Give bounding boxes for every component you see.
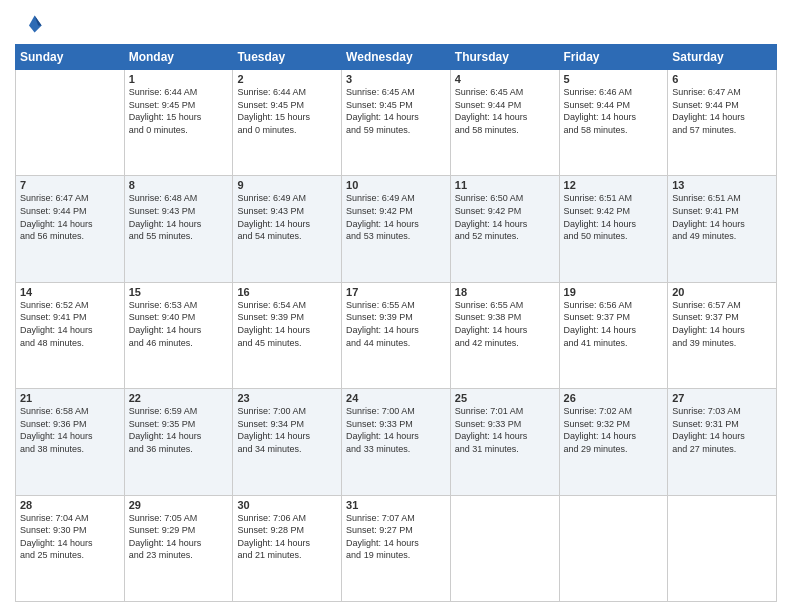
day-info: Sunrise: 7:00 AMSunset: 9:34 PMDaylight:… [237, 405, 337, 455]
day-info: Sunrise: 6:56 AMSunset: 9:37 PMDaylight:… [564, 299, 664, 349]
calendar-cell: 25Sunrise: 7:01 AMSunset: 9:33 PMDayligh… [450, 389, 559, 495]
calendar-cell: 13Sunrise: 6:51 AMSunset: 9:41 PMDayligh… [668, 176, 777, 282]
day-number: 3 [346, 73, 446, 85]
calendar-cell [16, 70, 125, 176]
col-header-monday: Monday [124, 45, 233, 70]
day-number: 16 [237, 286, 337, 298]
day-info: Sunrise: 6:51 AMSunset: 9:41 PMDaylight:… [672, 192, 772, 242]
col-header-saturday: Saturday [668, 45, 777, 70]
day-info: Sunrise: 6:50 AMSunset: 9:42 PMDaylight:… [455, 192, 555, 242]
calendar-cell [559, 495, 668, 601]
day-info: Sunrise: 6:55 AMSunset: 9:38 PMDaylight:… [455, 299, 555, 349]
week-row-2: 7Sunrise: 6:47 AMSunset: 9:44 PMDaylight… [16, 176, 777, 282]
calendar-cell: 20Sunrise: 6:57 AMSunset: 9:37 PMDayligh… [668, 282, 777, 388]
calendar-cell: 27Sunrise: 7:03 AMSunset: 9:31 PMDayligh… [668, 389, 777, 495]
header [15, 10, 777, 38]
day-info: Sunrise: 6:52 AMSunset: 9:41 PMDaylight:… [20, 299, 120, 349]
day-number: 19 [564, 286, 664, 298]
day-info: Sunrise: 6:44 AMSunset: 9:45 PMDaylight:… [237, 86, 337, 136]
calendar-cell: 17Sunrise: 6:55 AMSunset: 9:39 PMDayligh… [342, 282, 451, 388]
calendar-cell: 18Sunrise: 6:55 AMSunset: 9:38 PMDayligh… [450, 282, 559, 388]
day-number: 26 [564, 392, 664, 404]
day-info: Sunrise: 7:00 AMSunset: 9:33 PMDaylight:… [346, 405, 446, 455]
day-number: 5 [564, 73, 664, 85]
day-info: Sunrise: 6:45 AMSunset: 9:44 PMDaylight:… [455, 86, 555, 136]
day-number: 20 [672, 286, 772, 298]
header-row: SundayMondayTuesdayWednesdayThursdayFrid… [16, 45, 777, 70]
day-info: Sunrise: 6:47 AMSunset: 9:44 PMDaylight:… [672, 86, 772, 136]
day-number: 8 [129, 179, 229, 191]
day-number: 24 [346, 392, 446, 404]
day-info: Sunrise: 6:58 AMSunset: 9:36 PMDaylight:… [20, 405, 120, 455]
day-info: Sunrise: 6:46 AMSunset: 9:44 PMDaylight:… [564, 86, 664, 136]
day-number: 12 [564, 179, 664, 191]
day-number: 15 [129, 286, 229, 298]
week-row-5: 28Sunrise: 7:04 AMSunset: 9:30 PMDayligh… [16, 495, 777, 601]
day-number: 6 [672, 73, 772, 85]
calendar-cell: 6Sunrise: 6:47 AMSunset: 9:44 PMDaylight… [668, 70, 777, 176]
col-header-thursday: Thursday [450, 45, 559, 70]
day-info: Sunrise: 6:57 AMSunset: 9:37 PMDaylight:… [672, 299, 772, 349]
day-info: Sunrise: 6:54 AMSunset: 9:39 PMDaylight:… [237, 299, 337, 349]
day-number: 4 [455, 73, 555, 85]
day-number: 30 [237, 499, 337, 511]
calendar-cell: 12Sunrise: 6:51 AMSunset: 9:42 PMDayligh… [559, 176, 668, 282]
calendar-cell: 30Sunrise: 7:06 AMSunset: 9:28 PMDayligh… [233, 495, 342, 601]
day-info: Sunrise: 7:02 AMSunset: 9:32 PMDaylight:… [564, 405, 664, 455]
day-number: 29 [129, 499, 229, 511]
day-info: Sunrise: 6:49 AMSunset: 9:42 PMDaylight:… [346, 192, 446, 242]
calendar-cell: 26Sunrise: 7:02 AMSunset: 9:32 PMDayligh… [559, 389, 668, 495]
day-number: 22 [129, 392, 229, 404]
calendar-cell: 5Sunrise: 6:46 AMSunset: 9:44 PMDaylight… [559, 70, 668, 176]
calendar-cell: 8Sunrise: 6:48 AMSunset: 9:43 PMDaylight… [124, 176, 233, 282]
calendar-cell: 22Sunrise: 6:59 AMSunset: 9:35 PMDayligh… [124, 389, 233, 495]
day-number: 7 [20, 179, 120, 191]
col-header-friday: Friday [559, 45, 668, 70]
day-number: 27 [672, 392, 772, 404]
calendar-cell: 31Sunrise: 7:07 AMSunset: 9:27 PMDayligh… [342, 495, 451, 601]
day-info: Sunrise: 6:59 AMSunset: 9:35 PMDaylight:… [129, 405, 229, 455]
day-number: 18 [455, 286, 555, 298]
calendar-cell: 7Sunrise: 6:47 AMSunset: 9:44 PMDaylight… [16, 176, 125, 282]
calendar-cell: 11Sunrise: 6:50 AMSunset: 9:42 PMDayligh… [450, 176, 559, 282]
day-number: 17 [346, 286, 446, 298]
calendar-cell: 29Sunrise: 7:05 AMSunset: 9:29 PMDayligh… [124, 495, 233, 601]
calendar-cell: 16Sunrise: 6:54 AMSunset: 9:39 PMDayligh… [233, 282, 342, 388]
week-row-1: 1Sunrise: 6:44 AMSunset: 9:45 PMDaylight… [16, 70, 777, 176]
calendar-cell: 4Sunrise: 6:45 AMSunset: 9:44 PMDaylight… [450, 70, 559, 176]
day-info: Sunrise: 7:07 AMSunset: 9:27 PMDaylight:… [346, 512, 446, 562]
day-number: 14 [20, 286, 120, 298]
calendar-cell: 19Sunrise: 6:56 AMSunset: 9:37 PMDayligh… [559, 282, 668, 388]
day-info: Sunrise: 7:01 AMSunset: 9:33 PMDaylight:… [455, 405, 555, 455]
day-number: 1 [129, 73, 229, 85]
day-number: 13 [672, 179, 772, 191]
calendar-cell: 15Sunrise: 6:53 AMSunset: 9:40 PMDayligh… [124, 282, 233, 388]
day-info: Sunrise: 6:44 AMSunset: 9:45 PMDaylight:… [129, 86, 229, 136]
day-number: 9 [237, 179, 337, 191]
calendar-cell: 9Sunrise: 6:49 AMSunset: 9:43 PMDaylight… [233, 176, 342, 282]
col-header-sunday: Sunday [16, 45, 125, 70]
calendar-cell: 3Sunrise: 6:45 AMSunset: 9:45 PMDaylight… [342, 70, 451, 176]
logo [15, 10, 47, 38]
calendar-cell [450, 495, 559, 601]
day-number: 21 [20, 392, 120, 404]
week-row-3: 14Sunrise: 6:52 AMSunset: 9:41 PMDayligh… [16, 282, 777, 388]
day-info: Sunrise: 6:55 AMSunset: 9:39 PMDaylight:… [346, 299, 446, 349]
col-header-tuesday: Tuesday [233, 45, 342, 70]
calendar-cell: 24Sunrise: 7:00 AMSunset: 9:33 PMDayligh… [342, 389, 451, 495]
calendar-table: SundayMondayTuesdayWednesdayThursdayFrid… [15, 44, 777, 602]
day-number: 10 [346, 179, 446, 191]
day-info: Sunrise: 6:53 AMSunset: 9:40 PMDaylight:… [129, 299, 229, 349]
calendar-cell: 2Sunrise: 6:44 AMSunset: 9:45 PMDaylight… [233, 70, 342, 176]
day-info: Sunrise: 6:45 AMSunset: 9:45 PMDaylight:… [346, 86, 446, 136]
logo-icon [15, 10, 43, 38]
day-number: 28 [20, 499, 120, 511]
day-info: Sunrise: 6:49 AMSunset: 9:43 PMDaylight:… [237, 192, 337, 242]
calendar-cell: 10Sunrise: 6:49 AMSunset: 9:42 PMDayligh… [342, 176, 451, 282]
day-info: Sunrise: 6:47 AMSunset: 9:44 PMDaylight:… [20, 192, 120, 242]
page: SundayMondayTuesdayWednesdayThursdayFrid… [0, 0, 792, 612]
day-number: 31 [346, 499, 446, 511]
calendar-cell: 14Sunrise: 6:52 AMSunset: 9:41 PMDayligh… [16, 282, 125, 388]
day-info: Sunrise: 7:05 AMSunset: 9:29 PMDaylight:… [129, 512, 229, 562]
week-row-4: 21Sunrise: 6:58 AMSunset: 9:36 PMDayligh… [16, 389, 777, 495]
